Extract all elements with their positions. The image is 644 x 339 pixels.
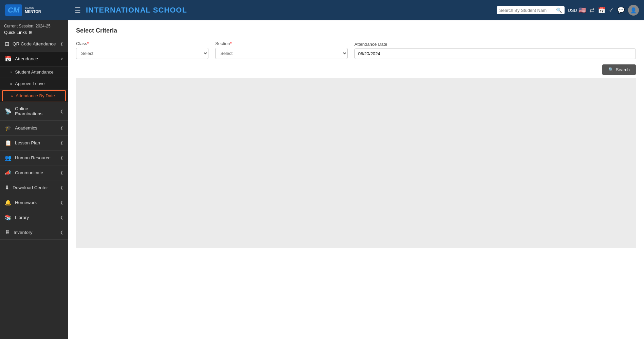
sidebar-label-qr-code: QR Code Attendance bbox=[13, 41, 56, 46]
hamburger-button[interactable]: ☰ bbox=[75, 6, 81, 14]
label-approve-leave: Approve Leave bbox=[15, 81, 44, 86]
user-avatar[interactable]: 👤 bbox=[628, 5, 639, 16]
arrow-approve-leave: » bbox=[10, 82, 12, 86]
currency-label: USD bbox=[568, 8, 577, 13]
logo-mentor-text: MENTOR bbox=[25, 9, 41, 14]
sidebar-label-communicate: Communicate bbox=[15, 170, 43, 175]
attendance-date-input[interactable] bbox=[354, 48, 636, 59]
section-required-mark: * bbox=[230, 41, 232, 46]
section-label: Section* bbox=[215, 41, 348, 46]
quick-links-label: Quick Links bbox=[4, 30, 27, 35]
sidebar-item-academics[interactable]: 🎓 Academics ❮ bbox=[0, 121, 68, 136]
human-resource-icon: 👥 bbox=[5, 155, 12, 161]
chevron-icon-homework: ❮ bbox=[60, 200, 63, 205]
chevron-icon-download-center: ❮ bbox=[60, 185, 63, 190]
section-select[interactable]: Select bbox=[215, 48, 348, 59]
library-icon: 📚 bbox=[5, 214, 12, 221]
homework-icon: 🔔 bbox=[5, 199, 12, 206]
chevron-icon-academics: ❮ bbox=[60, 126, 63, 130]
sidebar-item-inventory[interactable]: 🖥 Inventory ❮ bbox=[0, 225, 68, 240]
content-area: Select Criteria Class* Select Section* bbox=[68, 20, 644, 339]
section-form-group: Section* Select bbox=[215, 41, 348, 59]
student-search-input[interactable] bbox=[499, 8, 554, 13]
sidebar-subitem-attendance-by-date[interactable]: » Attendance By Date bbox=[2, 90, 66, 101]
qr-code-icon: ⊞ bbox=[5, 41, 9, 47]
logo-class-text: CLASS bbox=[25, 7, 41, 10]
sidebar-item-qr-code[interactable]: ⊞ QR Code Attendance ❮ bbox=[0, 37, 68, 52]
chevron-icon-qr-code: ❮ bbox=[60, 42, 63, 46]
chevron-icon-inventory: ❮ bbox=[60, 230, 63, 235]
logo-name: CLASS MENTOR bbox=[25, 7, 41, 14]
sidebar-label-human-resource: Human Resource bbox=[15, 155, 51, 160]
sidebar-item-attendance[interactable]: 📅 Attendance ∨ bbox=[0, 52, 68, 66]
student-search-button[interactable]: 🔍 bbox=[556, 7, 562, 13]
sidebar-label-online-exams: Online Examinations bbox=[15, 106, 57, 116]
sidebar-subitem-approve-leave[interactable]: » Approve Leave bbox=[0, 78, 68, 89]
sidebar-item-homework[interactable]: 🔔 Homework ❮ bbox=[0, 195, 68, 210]
sidebar-subitem-student-attendance[interactable]: » Student Attendance bbox=[0, 66, 68, 78]
results-area bbox=[76, 78, 636, 248]
criteria-form-row: Class* Select Section* Select bbox=[76, 41, 636, 59]
chevron-icon-lesson-plan: ❮ bbox=[60, 141, 63, 145]
lesson-plan-icon: 📋 bbox=[5, 140, 12, 146]
session-info: Current Session: 2024-25 Quick Links ⊞ bbox=[0, 20, 68, 37]
inventory-icon: 🖥 bbox=[5, 229, 10, 235]
main-layout: Current Session: 2024-25 Quick Links ⊞ ⊞… bbox=[0, 20, 644, 339]
quick-links-button[interactable]: Quick Links ⊞ bbox=[4, 30, 64, 35]
whatsapp-icon-button[interactable]: 💬 bbox=[617, 6, 625, 14]
download-center-icon: ⬇ bbox=[5, 184, 9, 191]
sidebar-label-library: Library bbox=[15, 215, 29, 220]
calendar-icon-button[interactable]: 📅 bbox=[598, 6, 605, 14]
sidebar-item-download-center[interactable]: ⬇ Download Center ❮ bbox=[0, 180, 68, 195]
date-form-group: Attendance Date bbox=[354, 42, 636, 59]
logo: CM bbox=[5, 4, 22, 16]
sidebar-item-online-exams[interactable]: 📡 Online Examinations ❮ bbox=[0, 102, 68, 121]
sidebar-label-lesson-plan: Lesson Plan bbox=[15, 140, 40, 145]
search-button-label: Search bbox=[616, 67, 630, 72]
chevron-icon-human-resource: ❮ bbox=[60, 156, 63, 160]
sidebar-label-academics: Academics bbox=[15, 125, 37, 131]
arrow-attendance-by-date: » bbox=[11, 94, 13, 98]
online-exams-icon: 📡 bbox=[5, 108, 12, 115]
top-header: CM CLASS MENTOR ☰ INTERNATIONAL SCHOOL 🔍… bbox=[0, 0, 644, 20]
label-student-attendance: Student Attendance bbox=[15, 69, 53, 75]
class-form-group: Class* Select bbox=[76, 41, 208, 59]
chevron-icon-library: ❮ bbox=[60, 215, 63, 220]
sidebar-item-lesson-plan[interactable]: 📋 Lesson Plan ❮ bbox=[0, 136, 68, 151]
logo-cm-text: CM bbox=[8, 6, 19, 15]
label-attendance-by-date: Attendance By Date bbox=[16, 93, 55, 98]
grid-icon: ⊞ bbox=[29, 30, 33, 35]
search-button-icon: 🔍 bbox=[608, 67, 614, 72]
sidebar-label-attendance: Attendance bbox=[15, 56, 38, 61]
attendance-date-label: Attendance Date bbox=[354, 42, 636, 47]
class-label: Class* bbox=[76, 41, 208, 46]
class-select[interactable]: Select bbox=[76, 48, 208, 59]
transfer-icon-button[interactable]: ⇄ bbox=[589, 6, 594, 14]
attendance-subitems: » Student Attendance » Approve Leave » A… bbox=[0, 66, 68, 102]
search-button[interactable]: 🔍 Search bbox=[602, 64, 636, 75]
sidebar-item-communicate[interactable]: 📣 Communicate ❮ bbox=[0, 165, 68, 180]
header-right: 🔍 USD 🇺🇸 ⇄ 📅 ✓ 💬 👤 bbox=[497, 5, 639, 16]
content-inner: Select Criteria Class* Select Section* bbox=[68, 20, 644, 255]
chevron-icon-online-exams: ❮ bbox=[60, 109, 63, 114]
chevron-icon-communicate: ❮ bbox=[60, 171, 63, 175]
academics-icon: 🎓 bbox=[5, 125, 12, 131]
sidebar-label-inventory: Inventory bbox=[14, 230, 33, 235]
attendance-icon: 📅 bbox=[5, 56, 12, 62]
page-title: Select Criteria bbox=[76, 27, 636, 34]
school-title: INTERNATIONAL SCHOOL bbox=[86, 6, 492, 15]
class-required-mark: * bbox=[87, 41, 89, 46]
current-session-label: Current Session: 2024-25 bbox=[4, 24, 64, 28]
chevron-icon-attendance: ∨ bbox=[60, 57, 63, 61]
search-button-row: 🔍 Search bbox=[76, 64, 636, 75]
arrow-student-attendance: » bbox=[10, 70, 12, 74]
task-icon-button[interactable]: ✓ bbox=[609, 6, 614, 14]
student-search-box: 🔍 bbox=[497, 6, 565, 14]
communicate-icon: 📣 bbox=[5, 170, 12, 176]
sidebar-item-human-resource[interactable]: 👥 Human Resource ❮ bbox=[0, 151, 68, 165]
sidebar: Current Session: 2024-25 Quick Links ⊞ ⊞… bbox=[0, 20, 68, 339]
sidebar-label-homework: Homework bbox=[15, 200, 37, 205]
sidebar-label-download-center: Download Center bbox=[13, 185, 48, 190]
logo-area: CM CLASS MENTOR bbox=[5, 4, 70, 16]
sidebar-item-library[interactable]: 📚 Library ❮ bbox=[0, 210, 68, 225]
